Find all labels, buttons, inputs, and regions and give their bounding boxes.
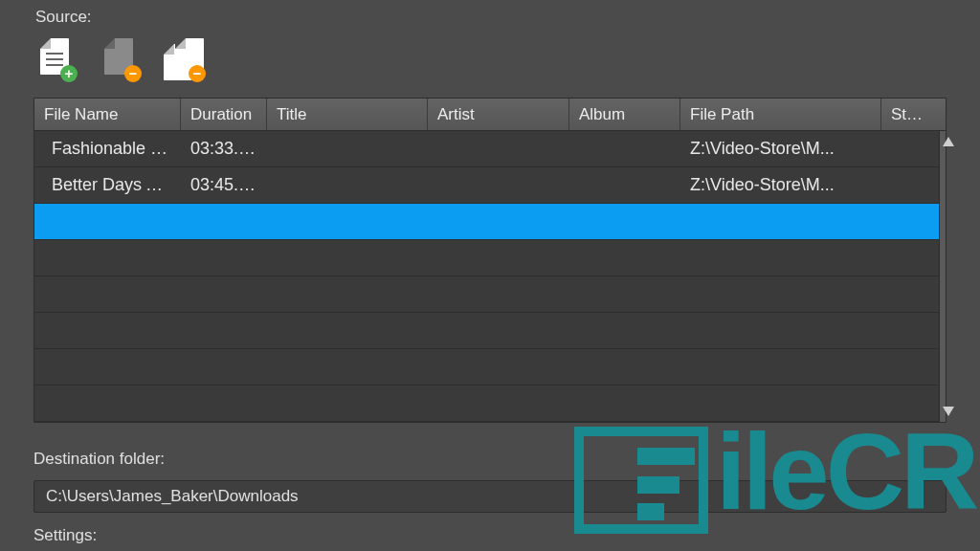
cell-duration: 03:45.00	[181, 175, 267, 195]
col-duration-header[interactable]: Duration	[181, 99, 267, 130]
table-row[interactable]	[34, 204, 939, 240]
cell-filename: Better Days A...	[34, 175, 181, 195]
vertical-scrollbar[interactable]	[939, 131, 946, 422]
col-album-header[interactable]: Album	[569, 99, 680, 130]
destination-label: Destination folder:	[33, 450, 947, 469]
minus-badge-icon: −	[189, 65, 206, 82]
destination-folder-input[interactable]: C:\Users\James_Baker\Downloads	[33, 480, 947, 513]
col-artist-header[interactable]: Artist	[428, 99, 569, 130]
scroll-down-icon[interactable]	[943, 407, 954, 416]
table-row[interactable]: Better Days A...03:45.00Z:\Video-Store\M…	[34, 167, 939, 204]
col-filepath-header[interactable]: File Path	[680, 99, 881, 130]
source-toolbar: + − −	[33, 33, 947, 98]
cell-duration: 03:33.44	[181, 139, 267, 159]
cell-filename: Fashionable R...	[34, 139, 181, 159]
cell-filepath: Z:\Video-Store\M...	[680, 175, 881, 195]
col-title-header[interactable]: Title	[267, 99, 428, 130]
table-body[interactable]: Fashionable R...03:33.44Z:\Video-Store\M…	[34, 131, 939, 422]
col-filename-header[interactable]: File Name	[34, 99, 181, 130]
source-table: File Name Duration Title Artist Album Fi…	[33, 98, 947, 423]
minus-badge-icon: −	[124, 65, 142, 82]
source-label: Source:	[33, 0, 947, 33]
table-row[interactable]: Fashionable R...03:33.44Z:\Video-Store\M…	[34, 131, 939, 167]
table-row[interactable]	[34, 240, 939, 276]
table-row[interactable]	[34, 349, 939, 386]
plus-badge-icon: +	[60, 65, 78, 82]
table-row[interactable]	[34, 386, 939, 422]
cell-filepath: Z:\Video-Store\M...	[680, 139, 881, 159]
col-status-header[interactable]: Status	[881, 99, 939, 130]
table-header: File Name Duration Title Artist Album Fi…	[34, 99, 946, 131]
scroll-up-icon[interactable]	[943, 137, 954, 146]
add-file-button[interactable]: +	[35, 38, 76, 80]
remove-file-button[interactable]: −	[100, 38, 140, 80]
settings-label: Settings:	[33, 526, 947, 545]
remove-all-button[interactable]: −	[164, 38, 204, 80]
table-row[interactable]	[34, 276, 939, 313]
table-row[interactable]	[34, 313, 939, 349]
